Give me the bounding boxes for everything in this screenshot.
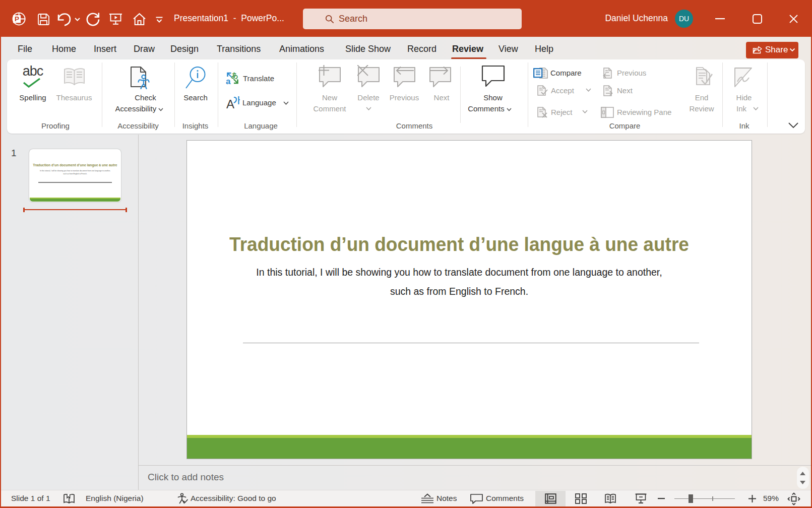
svg-text:あ: あ (231, 72, 238, 79)
svg-text:A: A (226, 97, 234, 109)
svg-text:a: a (226, 77, 231, 85)
svg-text:P: P (15, 15, 19, 23)
